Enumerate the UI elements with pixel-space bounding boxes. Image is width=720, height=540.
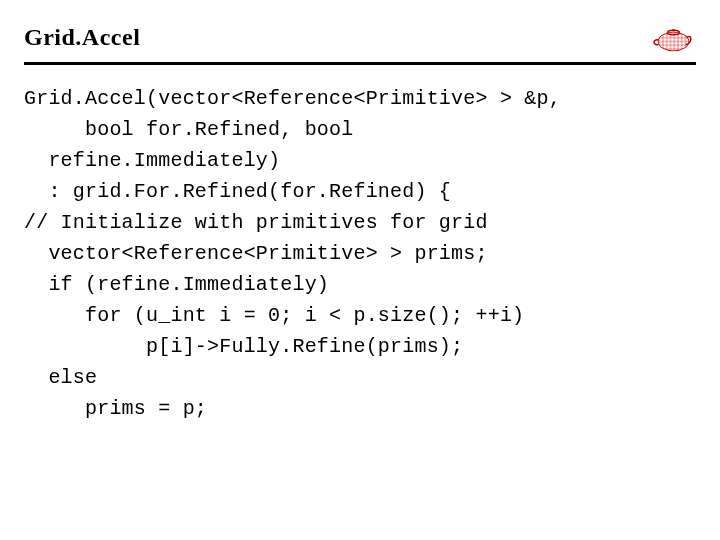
- code-line: if (refine.Immediately): [24, 269, 696, 300]
- code-line: Grid.Accel(vector<Reference<Primitive> >…: [24, 83, 696, 114]
- code-line: vector<Reference<Primitive> > prims;: [24, 238, 696, 269]
- slide: Grid.Accel Grid.Accel(vector<Reference<P…: [0, 0, 720, 424]
- code-line: p[i]->Fully.Refine(prims);: [24, 331, 696, 362]
- code-line: : grid.For.Refined(for.Refined) {: [24, 176, 696, 207]
- divider: [24, 62, 696, 65]
- svg-point-4: [672, 29, 676, 31]
- code-line: else: [24, 362, 696, 393]
- page-title: Grid.Accel: [24, 24, 140, 51]
- code-line: bool for.Refined, bool: [24, 114, 696, 145]
- code-line: // Initialize with primitives for grid: [24, 207, 696, 238]
- code-line: refine.Immediately): [24, 145, 696, 176]
- code-block: Grid.Accel(vector<Reference<Primitive> >…: [24, 83, 696, 424]
- code-line: prims = p;: [24, 393, 696, 424]
- teapot-icon: [648, 18, 696, 56]
- header-row: Grid.Accel: [24, 18, 696, 62]
- code-line: for (u_int i = 0; i < p.size(); ++i): [24, 300, 696, 331]
